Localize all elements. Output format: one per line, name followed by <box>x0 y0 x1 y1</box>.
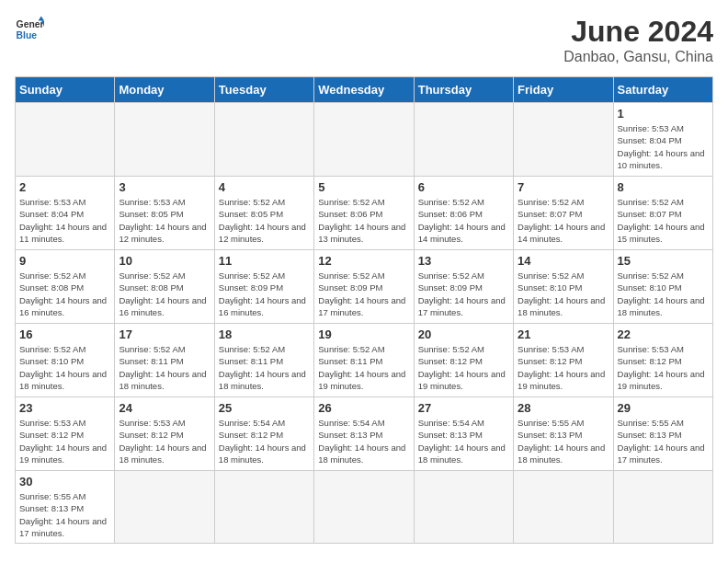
day-info: Sunrise: 5:52 AM Sunset: 8:06 PM Dayligh… <box>318 196 409 245</box>
day-number: 15 <box>618 254 709 268</box>
calendar-table: Sunday Monday Tuesday Wednesday Thursday… <box>15 76 713 544</box>
day-number: 8 <box>618 180 709 194</box>
table-row: 18Sunrise: 5:52 AM Sunset: 8:11 PM Dayli… <box>214 324 313 397</box>
table-row: 11Sunrise: 5:52 AM Sunset: 8:09 PM Dayli… <box>214 250 313 324</box>
calendar-subtitle: Danbao, Gansu, China <box>563 49 713 65</box>
day-info: Sunrise: 5:52 AM Sunset: 8:09 PM Dayligh… <box>318 270 409 318</box>
header-saturday: Saturday <box>613 77 712 103</box>
day-info: Sunrise: 5:53 AM Sunset: 8:12 PM Dayligh… <box>618 343 709 392</box>
day-number: 22 <box>618 327 709 341</box>
day-info: Sunrise: 5:52 AM Sunset: 8:09 PM Dayligh… <box>219 270 310 318</box>
table-row <box>613 471 712 544</box>
logo: General Blue <box>15 15 44 44</box>
logo-icon: General Blue <box>15 15 44 44</box>
table-row: 20Sunrise: 5:52 AM Sunset: 8:12 PM Dayli… <box>414 324 513 397</box>
table-row <box>514 471 613 544</box>
table-row: 14Sunrise: 5:52 AM Sunset: 8:10 PM Dayli… <box>514 250 613 324</box>
table-row: 21Sunrise: 5:53 AM Sunset: 8:12 PM Dayli… <box>514 324 613 397</box>
day-info: Sunrise: 5:53 AM Sunset: 8:12 PM Dayligh… <box>119 417 210 465</box>
day-number: 18 <box>219 327 310 341</box>
day-info: Sunrise: 5:55 AM Sunset: 8:13 PM Dayligh… <box>19 490 110 539</box>
day-number: 28 <box>518 401 609 415</box>
day-number: 30 <box>19 475 110 488</box>
day-number: 19 <box>318 327 409 341</box>
day-info: Sunrise: 5:54 AM Sunset: 8:13 PM Dayligh… <box>318 417 409 465</box>
day-info: Sunrise: 5:55 AM Sunset: 8:13 PM Dayligh… <box>618 417 709 465</box>
svg-marker-2 <box>39 17 44 21</box>
day-info: Sunrise: 5:52 AM Sunset: 8:09 PM Dayligh… <box>418 270 509 318</box>
table-row: 6Sunrise: 5:52 AM Sunset: 8:06 PM Daylig… <box>414 177 513 250</box>
table-row: 13Sunrise: 5:52 AM Sunset: 8:09 PM Dayli… <box>414 250 513 324</box>
table-row: 1Sunrise: 5:53 AM Sunset: 8:04 PM Daylig… <box>613 103 712 177</box>
day-info: Sunrise: 5:52 AM Sunset: 8:06 PM Dayligh… <box>418 196 509 245</box>
title-area: June 2024 Danbao, Gansu, China <box>563 15 713 65</box>
day-info: Sunrise: 5:53 AM Sunset: 8:12 PM Dayligh… <box>518 343 609 392</box>
day-number: 2 <box>19 180 110 194</box>
header-thursday: Thursday <box>414 77 513 103</box>
table-row: 8Sunrise: 5:52 AM Sunset: 8:07 PM Daylig… <box>613 177 712 250</box>
table-row: 30Sunrise: 5:55 AM Sunset: 8:13 PM Dayli… <box>16 471 115 544</box>
table-row: 12Sunrise: 5:52 AM Sunset: 8:09 PM Dayli… <box>314 250 414 324</box>
weekday-header-row: Sunday Monday Tuesday Wednesday Thursday… <box>16 77 713 103</box>
table-row: 5Sunrise: 5:52 AM Sunset: 8:06 PM Daylig… <box>314 177 414 250</box>
table-row: 29Sunrise: 5:55 AM Sunset: 8:13 PM Dayli… <box>613 397 712 471</box>
table-row: 10Sunrise: 5:52 AM Sunset: 8:08 PM Dayli… <box>115 250 214 324</box>
calendar-row-2: 2Sunrise: 5:53 AM Sunset: 8:04 PM Daylig… <box>16 177 713 250</box>
table-row: 16Sunrise: 5:52 AM Sunset: 8:10 PM Dayli… <box>16 324 115 397</box>
table-row: 7Sunrise: 5:52 AM Sunset: 8:07 PM Daylig… <box>514 177 613 250</box>
calendar-row-1: 1Sunrise: 5:53 AM Sunset: 8:04 PM Daylig… <box>16 103 713 177</box>
day-number: 11 <box>219 254 310 268</box>
day-info: Sunrise: 5:52 AM Sunset: 8:11 PM Dayligh… <box>219 343 310 392</box>
day-info: Sunrise: 5:52 AM Sunset: 8:07 PM Dayligh… <box>618 196 709 245</box>
day-info: Sunrise: 5:52 AM Sunset: 8:10 PM Dayligh… <box>518 270 609 318</box>
table-row: 27Sunrise: 5:54 AM Sunset: 8:13 PM Dayli… <box>414 397 513 471</box>
day-info: Sunrise: 5:53 AM Sunset: 8:12 PM Dayligh… <box>19 417 110 465</box>
day-info: Sunrise: 5:53 AM Sunset: 8:04 PM Dayligh… <box>618 122 709 171</box>
day-info: Sunrise: 5:53 AM Sunset: 8:05 PM Dayligh… <box>119 196 210 245</box>
day-number: 1 <box>618 107 709 121</box>
header-monday: Monday <box>115 77 214 103</box>
table-row <box>314 471 414 544</box>
table-row <box>414 103 513 177</box>
table-row <box>314 103 414 177</box>
day-number: 13 <box>418 254 509 268</box>
day-number: 6 <box>418 180 509 194</box>
day-info: Sunrise: 5:52 AM Sunset: 8:10 PM Dayligh… <box>19 343 110 392</box>
page-header: General Blue June 2024 Danbao, Gansu, Ch… <box>15 15 713 65</box>
day-info: Sunrise: 5:52 AM Sunset: 8:05 PM Dayligh… <box>219 196 310 245</box>
day-info: Sunrise: 5:52 AM Sunset: 8:08 PM Dayligh… <box>119 270 210 318</box>
day-info: Sunrise: 5:52 AM Sunset: 8:12 PM Dayligh… <box>418 343 509 392</box>
table-row: 22Sunrise: 5:53 AM Sunset: 8:12 PM Dayli… <box>613 324 712 397</box>
day-info: Sunrise: 5:54 AM Sunset: 8:13 PM Dayligh… <box>418 417 509 465</box>
table-row <box>514 103 613 177</box>
table-row: 17Sunrise: 5:52 AM Sunset: 8:11 PM Dayli… <box>115 324 214 397</box>
day-number: 16 <box>19 327 110 341</box>
day-number: 25 <box>219 401 310 415</box>
table-row: 24Sunrise: 5:53 AM Sunset: 8:12 PM Dayli… <box>115 397 214 471</box>
svg-text:General: General <box>17 19 44 29</box>
day-info: Sunrise: 5:55 AM Sunset: 8:13 PM Dayligh… <box>518 417 609 465</box>
day-info: Sunrise: 5:52 AM Sunset: 8:10 PM Dayligh… <box>618 270 709 318</box>
day-info: Sunrise: 5:52 AM Sunset: 8:07 PM Dayligh… <box>518 196 609 245</box>
day-number: 20 <box>418 327 509 341</box>
table-row <box>16 103 115 177</box>
day-number: 27 <box>418 401 509 415</box>
header-wednesday: Wednesday <box>314 77 414 103</box>
calendar-row-4: 16Sunrise: 5:52 AM Sunset: 8:10 PM Dayli… <box>16 324 713 397</box>
day-number: 21 <box>518 327 609 341</box>
table-row <box>214 103 313 177</box>
day-info: Sunrise: 5:52 AM Sunset: 8:11 PM Dayligh… <box>318 343 409 392</box>
table-row: 25Sunrise: 5:54 AM Sunset: 8:12 PM Dayli… <box>214 397 313 471</box>
day-info: Sunrise: 5:52 AM Sunset: 8:08 PM Dayligh… <box>19 270 110 318</box>
day-info: Sunrise: 5:54 AM Sunset: 8:12 PM Dayligh… <box>219 417 310 465</box>
calendar-title: June 2024 <box>563 15 713 49</box>
table-row <box>115 471 214 544</box>
day-number: 7 <box>518 180 609 194</box>
day-number: 4 <box>219 180 310 194</box>
table-row: 3Sunrise: 5:53 AM Sunset: 8:05 PM Daylig… <box>115 177 214 250</box>
day-number: 29 <box>618 401 709 415</box>
day-number: 3 <box>119 180 210 194</box>
table-row: 19Sunrise: 5:52 AM Sunset: 8:11 PM Dayli… <box>314 324 414 397</box>
day-number: 17 <box>119 327 210 341</box>
table-row <box>214 471 313 544</box>
